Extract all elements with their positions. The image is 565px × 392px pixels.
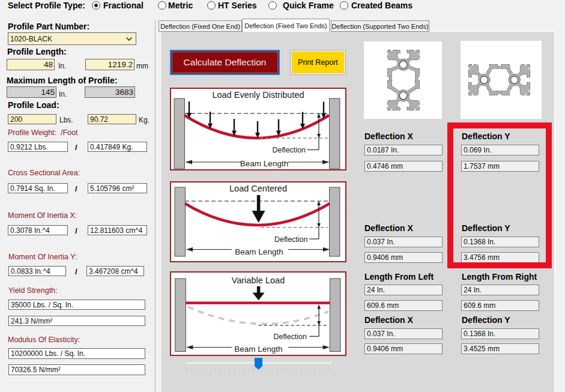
svg-text:Beam Length: Beam Length [235, 247, 283, 256]
svg-text:Beam Length: Beam Length [234, 345, 282, 354]
svg-text:Beam Length: Beam Length [240, 159, 288, 168]
svg-text:Deflection: Deflection [273, 333, 307, 341]
svg-text:Deflection: Deflection [274, 235, 308, 244]
svg-text:Deflection: Deflection [272, 146, 306, 154]
svg-text:Load Evenly Distributed: Load Evenly Distributed [212, 90, 304, 100]
svg-text:Variable Load: Variable Load [232, 276, 285, 285]
svg-text:Load Centered: Load Centered [229, 184, 287, 193]
